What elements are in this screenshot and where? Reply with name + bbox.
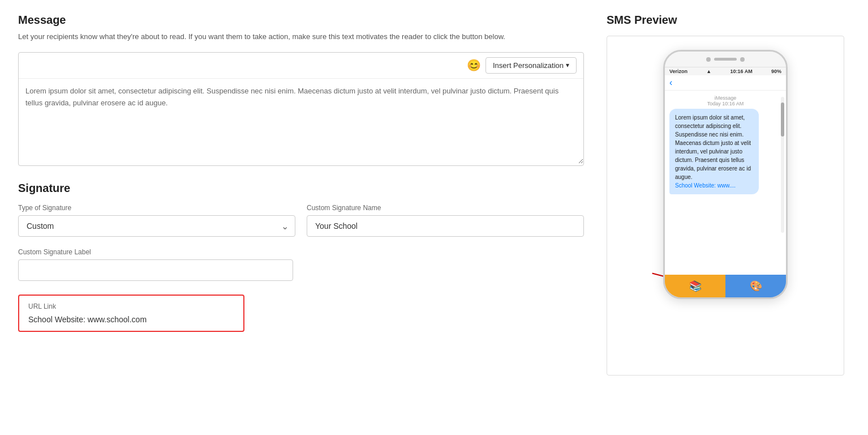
custom-signature-label-group: Custom Signature Label bbox=[18, 248, 293, 281]
phone-nav-bar: ‹ bbox=[665, 75, 786, 91]
scrollbar[interactable] bbox=[781, 97, 784, 233]
type-of-signature-select-wrapper: Custom School Name None ⌄ bbox=[18, 215, 295, 237]
signature-form-row: Type of Signature Custom School Name Non… bbox=[18, 204, 584, 237]
type-of-signature-group: Type of Signature Custom School Name Non… bbox=[18, 204, 295, 237]
phone-image-right: 🎨 bbox=[725, 275, 786, 297]
battery-text: 90% bbox=[771, 69, 781, 74]
url-link-label: URL Link bbox=[28, 302, 234, 310]
custom-signature-label-input[interactable] bbox=[18, 259, 293, 281]
emoji-button[interactable]: 😊 bbox=[467, 59, 481, 71]
carrier-text: Verizon bbox=[669, 69, 687, 74]
scrollbar-thumb bbox=[781, 103, 784, 137]
custom-signature-name-label: Custom Signature Name bbox=[307, 204, 584, 212]
phone-image-left: 📚 bbox=[665, 275, 725, 297]
left-panel: Message Let your recipients know what th… bbox=[18, 14, 584, 421]
message-toolbar: 😊 Insert Personalization bbox=[19, 53, 583, 79]
school-website-link[interactable]: School Website: www.... bbox=[675, 182, 736, 189]
wifi-icon: ▲ bbox=[706, 69, 711, 74]
custom-signature-name-input[interactable] bbox=[307, 215, 584, 237]
url-link-input[interactable] bbox=[28, 315, 234, 324]
phone-mockup: Verizon ▲ 10:16 AM 90% ‹ iMes bbox=[663, 50, 788, 299]
phone-image-strip: 📚 🎨 bbox=[665, 275, 786, 297]
message-textarea[interactable] bbox=[19, 79, 583, 164]
custom-signature-name-group: Custom Signature Name bbox=[307, 204, 584, 237]
message-bubble: Lorem ipsum dolor sit amet, consectetur … bbox=[669, 109, 759, 194]
custom-signature-label-label: Custom Signature Label bbox=[18, 248, 293, 256]
right-panel: SMS Preview bbox=[607, 14, 844, 421]
phone-camera bbox=[706, 57, 711, 62]
url-link-section: URL Link bbox=[18, 295, 244, 332]
imessage-label: iMessage Today 10:16 AM bbox=[669, 95, 781, 106]
message-description: Let your recipients know what they're ab… bbox=[18, 31, 584, 43]
phone-speaker bbox=[714, 58, 737, 61]
message-container: 😊 Insert Personalization bbox=[18, 52, 584, 166]
time-text: 10:16 AM bbox=[731, 69, 753, 74]
back-arrow-icon: ‹ bbox=[669, 78, 672, 88]
message-title: Message bbox=[18, 14, 584, 27]
insert-personalization-button[interactable]: Insert Personalization bbox=[485, 57, 577, 74]
phone-top-bar bbox=[665, 52, 786, 67]
sms-preview-container: Verizon ▲ 10:16 AM 90% ‹ iMes bbox=[607, 36, 844, 376]
signature-title: Signature bbox=[18, 182, 584, 195]
sms-preview-title: SMS Preview bbox=[607, 14, 844, 27]
type-of-signature-label: Type of Signature bbox=[18, 204, 295, 212]
phone-screen: Verizon ▲ 10:16 AM 90% ‹ iMes bbox=[665, 67, 786, 297]
phone-messages-area: iMessage Today 10:16 AM Lorem ipsum dolo… bbox=[665, 91, 786, 275]
type-of-signature-select[interactable]: Custom School Name None bbox=[18, 215, 295, 237]
phone-camera-2 bbox=[740, 57, 745, 62]
phone-status-bar: Verizon ▲ 10:16 AM 90% bbox=[665, 67, 786, 75]
